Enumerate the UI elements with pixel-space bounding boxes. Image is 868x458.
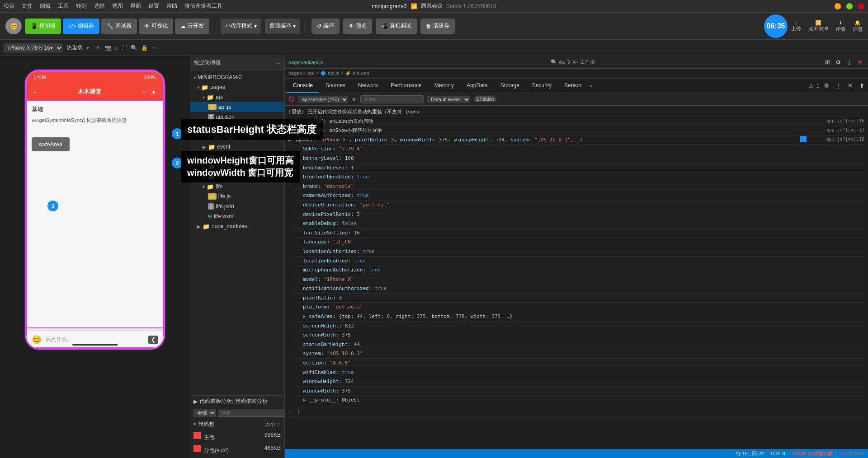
close-icon-panel[interactable]: ✕: [845, 81, 854, 90]
clear-cache-btn[interactable]: 🗑 清缓存: [420, 19, 455, 34]
tree-api-folder[interactable]: ▾ 📁 api: [190, 92, 284, 102]
details-btn[interactable]: ℹ 详情: [835, 20, 845, 33]
hot-reload-label: 热重载: [66, 44, 83, 51]
menu-item-view[interactable]: 视图: [112, 2, 123, 10]
search-input[interactable]: [218, 409, 285, 417]
filter-input[interactable]: [360, 95, 424, 103]
log-level-select[interactable]: Default levels: [427, 96, 470, 103]
safe-area-container: safeArea: [32, 137, 158, 151]
tab-appdata[interactable]: AppData: [460, 79, 494, 93]
log-prop: notificationAuthorized: true: [292, 284, 864, 294]
menu-item-edit[interactable]: 编辑: [40, 2, 51, 10]
more-icon-2[interactable]: ···: [276, 60, 281, 66]
record-btn[interactable]: ●: [149, 87, 158, 96]
menu-items[interactable]: 项目 文件 编辑 工具 转到 选择 视图 界面 设置 帮助 微信开发者工具: [4, 2, 222, 10]
console-output[interactable]: [重载] 已开启代码文件保存后自动热重载（不支持 json） 小程序生命周期: …: [285, 106, 868, 449]
menu-item-file[interactable]: 文件: [22, 2, 33, 10]
menu-item-tools[interactable]: 工具: [58, 2, 69, 10]
menu-item-goto[interactable]: 转到: [76, 2, 87, 10]
os-menu-bar: 项目 文件 编辑 工具 转到 选择 视图 界面 设置 帮助 微信开发者工具 mi…: [0, 0, 868, 13]
more-icon-dt[interactable]: ⋮: [844, 58, 854, 67]
rotate-icon[interactable]: ↻: [96, 45, 101, 51]
close-icon-dt[interactable]: ✕: [855, 58, 864, 67]
console-prompt[interactable]: › |: [288, 407, 864, 416]
log-prop: version: "8.0.5": [292, 359, 864, 368]
tab-storage[interactable]: Storage: [494, 79, 526, 93]
search-scope-select[interactable]: 全部: [193, 409, 216, 417]
tree-pages[interactable]: ▾ 📁 pages: [190, 82, 284, 92]
cloud-btn[interactable]: ☁ 云开发: [175, 19, 209, 34]
fullscreen-icon[interactable]: ⛶: [122, 45, 127, 51]
editor-btn[interactable]: </> 编辑器: [63, 19, 99, 34]
mode-selector[interactable]: 小程序模式 ▾: [221, 19, 261, 34]
compile-btn[interactable]: ↺ 编译: [311, 19, 340, 34]
menu-item-help[interactable]: 帮助: [166, 2, 177, 10]
tree-life-json[interactable]: {} life.json: [190, 201, 284, 211]
debugger-btn[interactable]: 🔧 调试器: [101, 19, 137, 34]
watermark-label: Yuucn.com: [840, 451, 864, 456]
translate-selector[interactable]: 普通编译 ▾: [265, 19, 300, 34]
tab-sources[interactable]: Sources: [319, 79, 352, 93]
dots-icon[interactable]: ⋮: [834, 81, 843, 90]
tab-security[interactable]: Security: [526, 79, 558, 93]
simulator-btn[interactable]: 📱 模拟器: [25, 19, 61, 34]
preview-btn[interactable]: 👁 预览: [343, 19, 372, 34]
eye-icon[interactable]: 👁: [352, 97, 357, 102]
zoom-icon[interactable]: 🔍: [131, 45, 137, 51]
tab-console[interactable]: Console: [287, 79, 319, 93]
expand-icon[interactable]: ⬆: [857, 81, 866, 90]
upload-btn[interactable]: ↑ 上传: [791, 20, 801, 32]
window-controls: [835, 3, 864, 9]
minimize-btn[interactable]: [835, 3, 841, 9]
menu-item-select[interactable]: 选择: [94, 2, 105, 10]
tree-life-js[interactable]: JS life.js: [190, 192, 284, 201]
more-btn[interactable]: ···: [142, 89, 146, 95]
split-icon[interactable]: ⊞: [823, 58, 832, 67]
phone-section-title: 基础: [32, 105, 158, 113]
tab-memory[interactable]: Memory: [428, 79, 460, 93]
more-icon[interactable]: ⋯: [151, 45, 157, 51]
settings-icon[interactable]: ⚙: [834, 58, 843, 67]
menu-item-settings[interactable]: 设置: [148, 2, 159, 10]
close-btn[interactable]: [858, 3, 864, 9]
gear-icon[interactable]: ⚙: [822, 81, 831, 90]
screenshot-icon[interactable]: 📷: [104, 45, 111, 51]
tree-root[interactable]: ▾ MINIPROGRAM-3: [190, 72, 284, 82]
preview-icon: 👁: [349, 23, 354, 29]
tab-performance[interactable]: Performance: [384, 79, 428, 93]
dep-header[interactable]: ▶ 代码依赖分析: 代码依赖分析: [193, 397, 281, 405]
device-icon: 📲: [381, 23, 388, 29]
input-placeholder[interactable]: 说点什么...: [45, 336, 145, 343]
device-selector[interactable]: iPhone X 78% 16▾: [4, 43, 63, 52]
log-prop: devicePixelRatio: 3: [292, 210, 864, 220]
tree-life-wxml[interactable]: ⊞ life.wxml: [190, 211, 284, 221]
visualize-btn[interactable]: 👁 可视化: [139, 19, 173, 34]
proto-expand[interactable]: ▶: [303, 397, 306, 403]
menu-item-project[interactable]: 项目: [4, 2, 14, 10]
maximize-btn[interactable]: [846, 3, 853, 9]
msg-btn[interactable]: 🔔 消息: [853, 20, 863, 33]
back-icon[interactable]: ←: [32, 89, 38, 95]
tree-life-folder[interactable]: ▾ 📁 life: [190, 182, 284, 192]
menu-item-interface[interactable]: 界面: [130, 2, 141, 10]
home-icon[interactable]: ⌂: [115, 45, 118, 51]
tab-network[interactable]: Network: [352, 79, 384, 93]
search-icon-dt[interactable]: 🔍: [551, 59, 557, 65]
app-title-bar: miniprogram-3 📶 腾讯会议 Stable 1.06.2208010: [372, 2, 496, 10]
version-mgr-btn[interactable]: 🔀 版本管理: [808, 20, 828, 33]
app-title: miniprogram-3: [372, 3, 406, 9]
tab-sensor[interactable]: Sensor: [558, 79, 588, 93]
tree-node-modules[interactable]: ▶ 📁 node_modules: [190, 221, 284, 231]
collapse-icon[interactable]: ❮: [148, 336, 158, 344]
more-tabs-icon[interactable]: »: [590, 83, 593, 89]
real-device-btn[interactable]: 📲 真机调试: [376, 19, 417, 34]
menu-item-wechat[interactable]: 微信开发者工具: [184, 2, 222, 10]
device-toolbar: iPhone X 78% 16▾ 热重载 ▾ ↻ 📷 ⌂ ⛶ 🔍 🔒 ⋯: [0, 40, 868, 56]
safearea-expand[interactable]: ▶: [303, 313, 306, 319]
lock-icon[interactable]: 🔒: [141, 45, 148, 51]
hidden-badge: 1 hidden: [474, 96, 496, 102]
tree-event[interactable]: ▶ 📁 event: [190, 142, 284, 152]
right-toolbar: ↑ 上传 🔀 版本管理 ℹ 详情 🔔 消息: [791, 20, 863, 33]
tree-api-js[interactable]: JS api.js: [190, 102, 284, 112]
appservice-select[interactable]: appservice (#40): [298, 96, 348, 103]
